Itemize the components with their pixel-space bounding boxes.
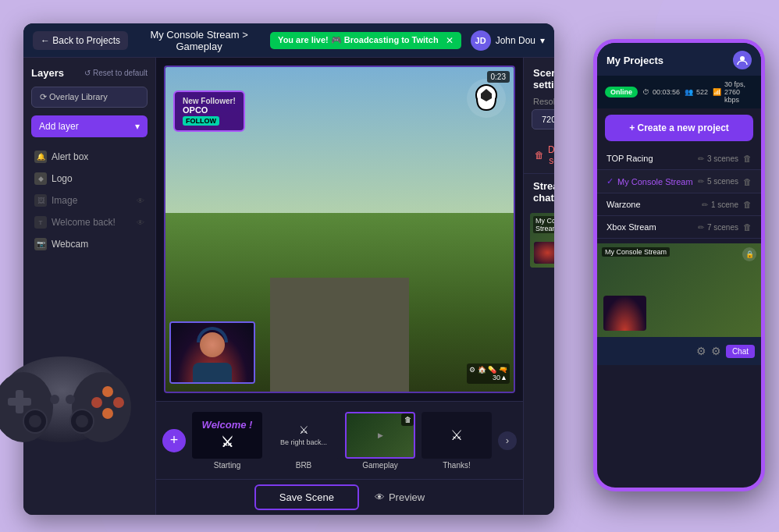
mobile-preview-label: My Console Stream xyxy=(602,247,670,257)
avatar: JD xyxy=(471,30,491,51)
welcome-icon: T xyxy=(34,216,47,229)
project-item-xbox-stream[interactable]: Xbox Stream ✏ 7 scenes 🗑 xyxy=(597,216,761,239)
image-icon: 🖼 xyxy=(34,194,47,207)
logo-label: Logo xyxy=(52,173,73,184)
webcam-person xyxy=(171,323,254,382)
main-canvas-wrap: New Follower! OPCO FOLLOW xyxy=(156,58,523,515)
settings-icon[interactable]: ⚙ xyxy=(696,345,706,357)
preview-label: Preview xyxy=(389,491,425,503)
user-area: JD John Dou ▾ xyxy=(471,30,545,51)
warzone-edit-icon: ✏ xyxy=(702,200,708,209)
image-label: Image xyxy=(52,195,77,206)
project-item-top-racing[interactable]: TOP Racing ✏ 3 scenes 🗑 xyxy=(597,147,761,170)
webcam-face xyxy=(200,332,225,357)
right-panel: Scene settings Resolution 720 p - 30 FPS… xyxy=(523,58,554,515)
logo-icon: ◆ xyxy=(34,172,47,185)
scene-thumb-starting[interactable]: Welcome ! ⚔ Starting xyxy=(192,412,262,470)
layer-item-logo[interactable]: ◆ Logo xyxy=(31,168,148,189)
helmet-overlay xyxy=(467,79,506,118)
top-bar: ← Back to Projects My Console Stream > G… xyxy=(23,23,554,58)
brb-content: ⚔ Be right back... xyxy=(280,424,327,446)
top-racing-scenes: 3 scenes xyxy=(707,154,738,163)
bottom-toolbar: Save Scene 👁 Preview xyxy=(156,479,523,515)
gamepad-decoration xyxy=(0,329,133,454)
svg-point-16 xyxy=(740,56,745,61)
back-to-projects-button[interactable]: ← Back to Projects xyxy=(33,31,128,50)
webcam-label: Webcam xyxy=(52,239,88,250)
svg-point-14 xyxy=(76,415,88,427)
add-scene-button[interactable]: + xyxy=(162,429,186,452)
layer-item-welcome[interactable]: T Welcome back! 👁 xyxy=(31,212,148,232)
save-scene-button[interactable]: Save Scene xyxy=(254,484,359,510)
scene-thumb-gameplay[interactable]: ▶ 🗑 Gameplay xyxy=(345,412,415,470)
brb-label: BRB xyxy=(269,461,339,470)
create-new-project-button[interactable]: + Create a new project xyxy=(605,115,753,141)
mobile-avatar xyxy=(733,51,752,69)
fps-status: 📶 30 fps, 2760 kbps xyxy=(713,80,753,104)
sidebar-header: Layers ↺ Reset to default xyxy=(31,67,148,79)
brb-thumb-img: ⚔ Be right back... xyxy=(269,412,339,459)
reset-to-default-button[interactable]: ↺ Reset to default xyxy=(84,69,148,77)
cog-icon[interactable]: ⚙ xyxy=(711,345,721,357)
xbox-delete-icon[interactable]: 🗑 xyxy=(743,222,752,232)
scene-next-button[interactable]: › xyxy=(498,431,517,450)
delete-scene-button[interactable]: 🗑 Delete scene xyxy=(532,140,554,170)
gameplay-delete-button[interactable]: 🗑 xyxy=(401,413,414,426)
gameplay-label: Gameplay xyxy=(345,461,415,470)
live-badge-close-button[interactable]: ✕ xyxy=(446,35,454,46)
mobile-bottom-bar: ⚙ ⚙ Chat xyxy=(597,337,761,365)
stream-thumb-bg: My Console Stream 🔒 xyxy=(530,213,554,268)
timer-status: ⏱ 00:03:56 xyxy=(642,88,680,96)
hud-line1: ⚙ 🏠 💊 🔫 xyxy=(469,366,507,374)
project-item-warzone[interactable]: Warzone ✏ 1 scene 🗑 xyxy=(597,193,761,216)
follower-title: New Follower! xyxy=(183,97,236,105)
follower-overlay: New Follower! OPCO FOLLOW xyxy=(173,90,245,132)
welcome-visibility-icon: 👁 xyxy=(137,218,144,227)
scene-thumb-brb[interactable]: ⚔ Be right back... BRB xyxy=(269,412,339,470)
follower-badge: FOLLOW xyxy=(183,116,219,126)
thanks-content: ⚔ xyxy=(450,427,463,444)
scene-thumb-thanks[interactable]: ⚔ Thanks! xyxy=(422,412,492,470)
svg-point-9 xyxy=(50,395,59,404)
svg-rect-4 xyxy=(16,390,23,413)
reset-icon: ↺ xyxy=(84,69,91,77)
layer-item-alert-box[interactable]: 🔔 Alert box xyxy=(31,147,148,167)
top-racing-delete-icon[interactable]: 🗑 xyxy=(743,154,752,163)
scene-strip: + Welcome ! ⚔ Starting ⚔ xyxy=(156,401,523,479)
webcam-overlay xyxy=(169,321,255,384)
my-console-delete-icon[interactable]: 🗑 xyxy=(743,177,752,186)
preview-button[interactable]: 👁 Preview xyxy=(375,491,425,503)
add-layer-label: Add layer xyxy=(39,121,79,132)
warzone-scenes: 1 scene xyxy=(711,200,738,209)
webcam-icon: 📷 xyxy=(34,238,47,250)
sidebar-title: Layers xyxy=(31,67,64,79)
stream-preview-title-label: My Console Stream xyxy=(533,216,554,233)
chat-button[interactable]: Chat xyxy=(726,345,755,358)
add-layer-button[interactable]: Add layer ▾ xyxy=(31,115,148,137)
user-name: John Dou xyxy=(496,35,535,46)
layer-item-webcam[interactable]: 📷 Webcam xyxy=(31,234,148,254)
mobile-status-bar: Online ⏱ 00:03:56 👥 522 📶 30 fps, 2760 k… xyxy=(597,76,761,108)
mobile-preview-webcam xyxy=(603,296,646,331)
layer-item-image[interactable]: 🖼 Image 👁 xyxy=(31,190,148,211)
game-screenshot: New Follower! OPCO FOLLOW xyxy=(165,67,514,392)
delete-scene-label: Delete scene xyxy=(548,144,554,166)
starting-thumb-img: Welcome ! ⚔ xyxy=(192,412,262,459)
stream-thumb-webcam xyxy=(534,242,554,264)
preview-eye-icon: 👁 xyxy=(375,491,385,503)
project-item-my-console-stream[interactable]: ✓ My Console Stream ✏ 5 scenes 🗑 xyxy=(597,170,761,193)
hud-line2: 30▲ xyxy=(469,374,507,381)
stream-chat-label: Stream chat xyxy=(524,173,554,210)
my-console-stream-name: My Console Stream xyxy=(617,177,698,186)
my-console-scenes: 5 scenes xyxy=(707,177,738,186)
svg-point-5 xyxy=(102,386,113,397)
image-visibility-icon: 👁 xyxy=(137,197,144,205)
overlay-library-button[interactable]: ⟳ Overlay Library xyxy=(31,87,148,108)
reset-label: Reset to default xyxy=(93,69,148,77)
warzone-delete-icon[interactable]: 🗑 xyxy=(743,200,752,209)
trash-icon: 🗑 xyxy=(535,150,544,161)
active-check-icon: ✓ xyxy=(606,176,614,186)
stream-preview-thumb: My Console Stream 🔒 xyxy=(530,213,554,268)
top-racing-name: TOP Racing xyxy=(606,154,698,163)
resolution-select[interactable]: 720 p - 30 FPS 1080 p - 60 FPS 480 p - 3… xyxy=(532,109,554,129)
